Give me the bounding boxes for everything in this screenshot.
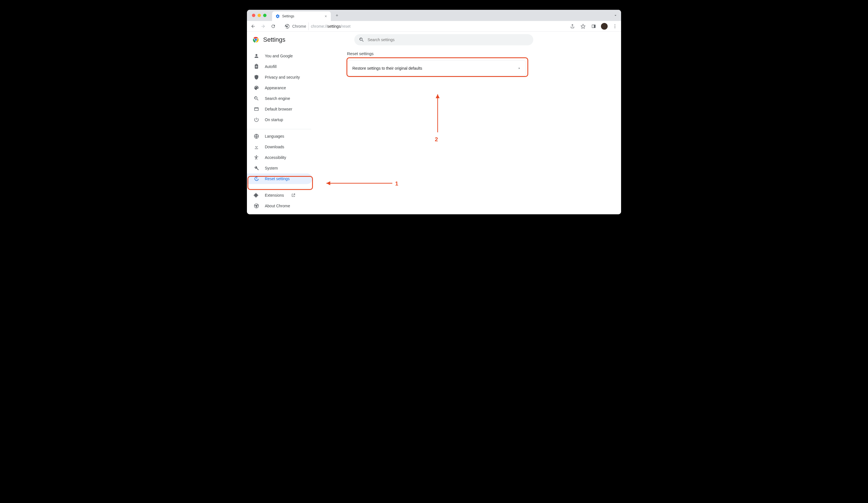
restore-defaults-row[interactable]: Restore settings to their original defau… [347, 60, 526, 76]
power-icon [254, 117, 259, 123]
minimize-window-button[interactable] [258, 14, 261, 17]
sidebar-item-label: System [265, 166, 278, 171]
chrome-icon [252, 37, 259, 43]
toolbar: Chrome chrome://settings/reset [247, 21, 621, 32]
sidebar-item-languages[interactable]: Languages [247, 131, 312, 142]
tab-strip: Settings [247, 10, 621, 21]
history-icon [254, 176, 259, 182]
forward-button[interactable] [260, 23, 267, 30]
download-icon [254, 144, 259, 150]
clipboard-icon [254, 64, 259, 69]
page-content: Settings You and Google Autofill Privacy… [247, 32, 621, 214]
profile-avatar[interactable] [601, 23, 608, 30]
sidebar-item-autofill[interactable]: Autofill [247, 61, 312, 72]
chevron-right-icon [518, 67, 521, 70]
sidebar-item-system[interactable]: System [247, 163, 312, 173]
palette-icon [254, 85, 259, 91]
card-label: Restore settings to their original defau… [352, 66, 422, 71]
svg-point-13 [256, 155, 257, 156]
settings-search[interactable] [354, 34, 533, 45]
annotation-arrow-1 [322, 180, 392, 187]
sidebar-item-label: You and Google [265, 54, 293, 58]
gear-icon [276, 14, 280, 19]
sidebar-item-default-browser[interactable]: Default browser [247, 104, 312, 114]
reload-button[interactable] [270, 23, 277, 30]
page-title: Settings [263, 36, 286, 43]
site-chip[interactable]: Chrome [282, 22, 309, 30]
sidebar-item-you-and-google[interactable]: You and Google [247, 51, 312, 61]
window-controls [249, 14, 269, 17]
sidebar-item-label: Accessibility [265, 155, 286, 160]
svg-point-5 [614, 27, 616, 28]
maximize-window-button[interactable] [263, 14, 267, 17]
sidebar-item-label: Reset settings [265, 176, 290, 181]
main-panel: Reset settings Restore settings to their… [347, 51, 526, 76]
sidebar-item-accessibility[interactable]: Accessibility [247, 152, 312, 163]
chrome-icon [284, 23, 291, 30]
menu-button[interactable] [612, 23, 618, 30]
annotation-label-1: 1 [395, 181, 398, 187]
globe-icon [254, 133, 259, 139]
sidebar-item-label: Appearance [265, 85, 286, 90]
tab-list-button[interactable] [613, 13, 618, 18]
divider [247, 129, 311, 129]
person-icon [254, 53, 259, 59]
svg-rect-2 [594, 24, 595, 28]
sidebar-item-label: Default browser [265, 107, 292, 111]
sidebar-item-on-startup[interactable]: On startup [247, 114, 312, 125]
svg-point-3 [614, 24, 616, 25]
sidebar-item-label: Privacy and security [265, 75, 300, 80]
svg-point-4 [614, 26, 616, 27]
sidebar-item-label: About Chrome [265, 204, 290, 208]
search-icon [359, 37, 364, 42]
sidebar-item-label: Search engine [265, 96, 290, 101]
sidebar-item-label: Autofill [265, 64, 277, 69]
bookmark-button[interactable] [580, 23, 586, 30]
annotation-arrow-2 [434, 90, 441, 132]
sidebar-item-privacy[interactable]: Privacy and security [247, 72, 312, 83]
sidebar-item-downloads[interactable]: Downloads [247, 142, 312, 152]
browser-window: Settings Chrome chrome://settin [247, 10, 621, 214]
close-window-button[interactable] [252, 14, 255, 17]
sidebar-item-label: Languages [265, 134, 284, 138]
url-text: chrome://settings/reset [311, 24, 351, 29]
new-tab-button[interactable] [333, 11, 341, 19]
external-link-icon [291, 193, 296, 197]
sidebar-item-appearance[interactable]: Appearance [247, 83, 312, 93]
address-bar[interactable]: Chrome chrome://settings/reset [280, 22, 566, 30]
share-button[interactable] [569, 23, 576, 30]
close-tab-button[interactable] [323, 14, 328, 19]
chrome-icon [254, 203, 259, 209]
sidebar-item-label: Extensions [265, 193, 284, 197]
search-icon [254, 96, 259, 101]
side-panel-button[interactable] [590, 23, 597, 30]
sidebar-item-search-engine[interactable]: Search engine [247, 93, 312, 104]
settings-header: Settings [247, 32, 621, 48]
shield-icon [254, 74, 259, 80]
site-chip-label: Chrome [292, 24, 306, 29]
sidebar-item-extensions[interactable]: Extensions [247, 190, 312, 201]
settings-sidebar: You and Google Autofill Privacy and secu… [247, 48, 328, 214]
sidebar-item-label: On startup [265, 117, 283, 122]
svg-rect-11 [255, 109, 258, 111]
toolbar-right [569, 23, 618, 30]
sidebar-item-reset-settings[interactable]: Reset settings [247, 173, 312, 184]
accessibility-icon [254, 155, 259, 160]
browser-icon [254, 106, 259, 112]
settings-search-input[interactable] [368, 38, 529, 42]
annotation-label-2: 2 [435, 136, 438, 143]
browser-tab-settings[interactable]: Settings [272, 11, 331, 21]
sidebar-item-label: Downloads [265, 145, 284, 149]
tab-title: Settings [282, 14, 294, 18]
sidebar-item-about-chrome[interactable]: About Chrome [247, 201, 312, 211]
back-button[interactable] [250, 23, 256, 30]
extension-icon [254, 193, 259, 198]
wrench-icon [254, 165, 259, 171]
section-title: Reset settings [347, 51, 526, 56]
